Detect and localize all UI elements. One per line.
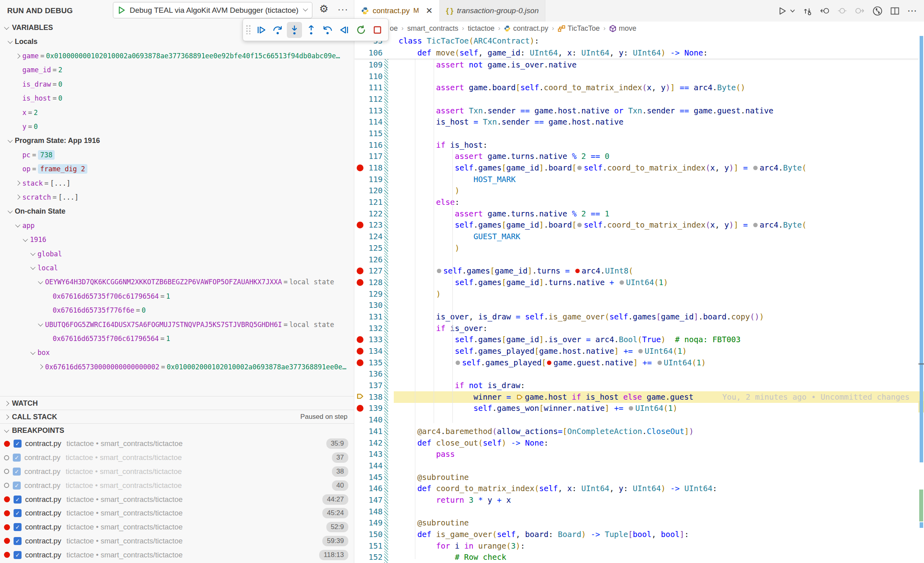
commit-graph-icon[interactable] [873, 6, 883, 16]
variable-row[interactable]: 0x67616d65735f776f6e=0 [0, 303, 354, 317]
breakpoint-row[interactable]: ✓contract.pytictactoe • smart_contracts/… [0, 465, 354, 479]
breakpoint-row[interactable]: ✓contract.pytictactoe • smart_contracts/… [0, 437, 354, 451]
code-text[interactable]: def is_game_over(self, board: Board) -> … [394, 529, 924, 540]
close-icon[interactable]: ✕ [426, 6, 433, 16]
variable-row[interactable]: 0x67616d65735f706c61796564=1 [0, 289, 354, 303]
code-text[interactable]: @subroutine [394, 472, 924, 483]
previous-change-icon[interactable] [820, 7, 830, 14]
code-text[interactable] [394, 299, 924, 311]
step-out-button[interactable] [304, 22, 319, 38]
breadcrumb-item-tictactoe[interactable]: TicTacToe [558, 24, 600, 33]
code-text[interactable]: if not is_draw: [394, 380, 924, 391]
code-text[interactable] [394, 128, 924, 139]
drag-handle[interactable] [246, 25, 251, 34]
code-text[interactable]: self.games[game_id].turns.native + UInt6… [394, 277, 924, 288]
code-text[interactable]: ) [394, 288, 924, 300]
variable-row[interactable]: pc=738 [0, 148, 354, 162]
run-dropdown-button[interactable] [790, 9, 795, 13]
breakpoint-row[interactable]: ✓contract.pytictactoe • smart_contracts/… [0, 451, 354, 465]
reverse-continue-button[interactable] [337, 22, 352, 38]
code-text[interactable]: def move(self, game_id: UInt64, x: UInt6… [394, 47, 918, 59]
code-text[interactable] [394, 506, 924, 517]
code-text[interactable]: pass [394, 448, 924, 460]
continue-button[interactable] [254, 22, 269, 38]
code-text[interactable] [394, 414, 924, 426]
breakpoint-row[interactable]: ✓contract.pytictactoe • smart_contracts/… [0, 534, 354, 548]
variable-row[interactable]: x=2 [0, 105, 354, 119]
breakpoints-section-header[interactable]: BREAKPOINTS [0, 423, 354, 437]
variable-row[interactable]: global [0, 247, 354, 261]
more-actions-button[interactable]: ⋯ [907, 5, 918, 16]
breakpoint-checkbox[interactable]: ✓ [14, 440, 22, 448]
breakpoint-checkbox[interactable]: ✓ [14, 537, 22, 545]
variable-row[interactable]: UBUTQ6FOG5ZWRCI64DUSX7SA6FOGMUJ7STNQVPAJ… [0, 317, 354, 331]
gear-icon[interactable]: ⚙ [319, 3, 328, 15]
code-text[interactable]: winner = game.host if is_host else game.… [394, 391, 924, 403]
breakpoint-checkbox[interactable]: ✓ [13, 454, 21, 462]
code-text[interactable]: ) [394, 242, 924, 254]
code-text[interactable]: def close_out(self) -> None: [394, 437, 924, 449]
restart-button[interactable] [353, 22, 369, 38]
next-change-icon[interactable] [855, 7, 865, 14]
code-text[interactable]: assert game.turns.native % 2 == 0 [394, 151, 924, 163]
breadcrumb-item-contract-py[interactable]: contract.py [504, 24, 548, 33]
variable-row[interactable]: 0x67616d65730000000000000002=0x010002000… [0, 360, 354, 374]
variables-group-header[interactable]: On-chain State [0, 204, 354, 218]
code-text[interactable]: for i in urange(3): [394, 540, 924, 552]
variable-row[interactable]: is_draw=0 [0, 77, 354, 91]
breakpoint-row[interactable]: ✓contract.pytictactoe • smart_contracts/… [0, 520, 354, 534]
breakpoint-checkbox[interactable]: ✓ [14, 523, 22, 531]
variable-row[interactable]: game=0x010000000102010002a0693878ae37736… [0, 49, 354, 63]
code-text[interactable]: HOST_MARK [394, 174, 924, 185]
breakpoint-row[interactable]: ✓contract.pytictactoe • smart_contracts/… [0, 506, 354, 520]
code-text[interactable]: @subroutine [394, 517, 924, 529]
variables-group-header[interactable]: Program State: App 1916 [0, 134, 354, 148]
code-text[interactable]: else: [394, 196, 924, 208]
breakpoint-gutter[interactable] [355, 165, 365, 171]
code-text[interactable] [394, 254, 924, 266]
code-text[interactable]: self.games[game_id].turns = arc4.UInt8( [394, 265, 924, 277]
code-text[interactable]: assert Txn.sender == game.host.native or… [394, 105, 924, 117]
step-over-button[interactable] [270, 22, 286, 38]
breadcrumb-item-oe[interactable]: oe [390, 24, 398, 33]
code-text[interactable]: is_host = Txn.sender == game.host.native [394, 116, 924, 128]
more-actions-icon[interactable]: ··· [338, 4, 348, 15]
breakpoint-gutter[interactable] [355, 393, 365, 402]
call-stack-section-header[interactable]: CALL STACK Paused on step [0, 410, 354, 424]
current-change-icon[interactable] [838, 7, 847, 14]
breakpoint-gutter[interactable] [355, 268, 365, 274]
variable-row[interactable]: app [0, 218, 354, 232]
watch-section-header[interactable]: WATCH [0, 396, 354, 410]
variable-row[interactable]: stack=[...] [0, 176, 354, 190]
breakpoint-gutter[interactable] [355, 348, 365, 355]
code-text[interactable] [394, 93, 924, 105]
variable-row[interactable]: box [0, 346, 354, 360]
variable-row[interactable]: op=frame_dig 2 [0, 162, 354, 176]
breakpoint-gutter[interactable] [355, 405, 365, 412]
code-text[interactable]: # Row check [394, 552, 924, 563]
breakpoint-row[interactable]: ✓contract.pytictactoe • smart_contracts/… [0, 478, 354, 492]
code-text[interactable] [394, 460, 924, 472]
breakpoint-gutter[interactable] [355, 359, 365, 366]
code-text[interactable]: GUEST_MARK [394, 231, 924, 242]
code-text[interactable]: self.games[game_id].is_over = arc4.Bool(… [394, 334, 924, 346]
code-text[interactable]: @arc4.baremethod(allow_actions=[OnComple… [394, 426, 924, 437]
breakpoint-checkbox[interactable]: ✓ [14, 496, 22, 504]
code-text[interactable]: if is_over: [394, 323, 924, 334]
code-text[interactable]: class TicTacToe(ARC4Contract): [394, 35, 918, 47]
variable-row[interactable]: OEYWY64H3D7QK6KCGG6NM2XKKOTZB6BEGZ2P6VAW… [0, 275, 354, 289]
breakpoint-checkbox[interactable]: ✓ [13, 482, 21, 490]
code-text[interactable]: self.games_played[game.guest.native] += … [394, 357, 924, 369]
stop-button[interactable] [370, 22, 385, 38]
code-text[interactable]: assert game.turns.native % 2 == 1 [394, 208, 924, 220]
variable-row[interactable]: is_host=0 [0, 91, 354, 105]
breakpoint-checkbox[interactable]: ✓ [14, 551, 22, 559]
code-text[interactable]: def coord_to_matrix_index(self, x: UInt6… [394, 483, 924, 494]
breakpoint-gutter[interactable] [355, 222, 365, 228]
variable-row[interactable]: game_id=2 [0, 63, 354, 77]
start-debug-icon[interactable] [118, 6, 126, 14]
code-text[interactable]: return 3 * y + x [394, 494, 924, 506]
variable-row[interactable]: scratch=[...] [0, 190, 354, 204]
variable-row[interactable]: 0x67616d65735f706c61796564=1 [0, 331, 354, 345]
debug-config-dropdown[interactable]: Debug TEAL via AlgoKit AVM Debugger (tic… [113, 2, 312, 18]
